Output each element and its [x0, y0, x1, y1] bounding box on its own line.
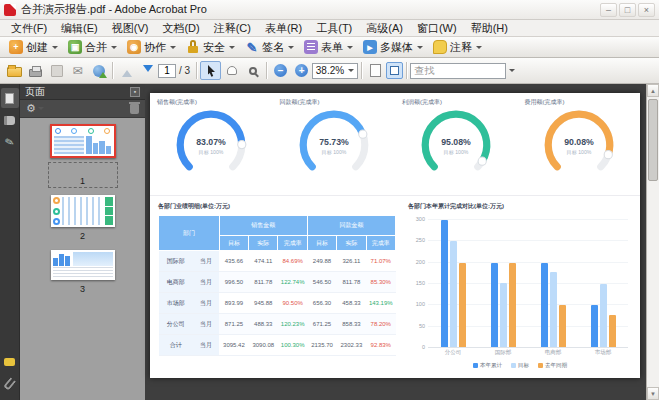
gauge-label: 利润额(完成率)	[402, 98, 442, 107]
comments-panel-button[interactable]	[1, 352, 19, 372]
hand-tool-button[interactable]	[221, 61, 242, 80]
sign-button[interactable]: ✎ 签名	[240, 39, 299, 56]
print-button[interactable]	[25, 61, 46, 80]
create-icon: +	[9, 40, 23, 54]
menu-comments[interactable]: 注释(C)	[207, 20, 258, 37]
page-label-1: 1	[80, 176, 85, 186]
pages-panel-button[interactable]	[1, 88, 19, 108]
chevron-down-icon	[417, 46, 423, 49]
combine-button[interactable]: ▣ 合并	[63, 39, 122, 56]
x-axis-label: 市场部	[595, 349, 612, 356]
fit-page-button[interactable]	[365, 61, 386, 80]
gauge-label: 回款额(完成率)	[280, 98, 320, 107]
create-button[interactable]: + 创建	[4, 39, 63, 56]
chevron-down-icon	[476, 46, 482, 49]
page-label-3: 3	[80, 284, 85, 294]
attachments-panel-button[interactable]	[1, 374, 19, 394]
zoom-in-button[interactable]: +	[291, 61, 312, 80]
gauge-chart: 95.08%目标 100%	[417, 106, 495, 184]
document-area[interactable]: 销售额(完成率)83.07%目标 100%回款额(完成率)75.73%目标 10…	[145, 84, 646, 400]
select-tool-button[interactable]	[200, 61, 221, 80]
panel-options-button[interactable]: ▪	[130, 87, 140, 97]
bar	[450, 241, 457, 347]
zoom-out-button[interactable]: −	[270, 61, 291, 80]
menu-advanced[interactable]: 高级(A)	[359, 20, 410, 37]
page-thumbnail-1[interactable]	[50, 124, 116, 158]
chevron-down-icon	[288, 46, 294, 49]
menu-view[interactable]: 视图(V)	[105, 20, 156, 37]
upload-button[interactable]	[88, 61, 109, 80]
scroll-down-button[interactable]: ▼	[647, 387, 659, 400]
chevron-down-icon	[229, 46, 235, 49]
legend-swatch	[538, 363, 543, 368]
save-button[interactable]	[46, 61, 67, 80]
svg-text:83.07%: 83.07%	[196, 137, 226, 147]
x-axis-label: 电商部	[545, 349, 562, 356]
svg-text:目标 100%: 目标 100%	[444, 149, 469, 156]
menu-window[interactable]: 窗口(W)	[410, 20, 464, 37]
bar-groups	[428, 219, 628, 347]
bookmarks-panel-button[interactable]	[1, 110, 19, 130]
legend-item: 目标	[511, 362, 529, 369]
toolbar-separator	[406, 62, 407, 79]
trash-icon[interactable]	[130, 104, 139, 114]
gauge-label: 费用额(完成率)	[525, 98, 565, 107]
nav-toolbar: ✉ / 3 − + 38.2%	[0, 58, 659, 84]
marquee-zoom-button[interactable]	[242, 61, 263, 80]
comment-icon	[433, 40, 447, 54]
scrollbar-thumb[interactable]	[648, 99, 658, 181]
zoom-level-value: 38.2%	[316, 65, 344, 76]
thumb-bars	[86, 136, 111, 154]
thumbnail-list: 1 2 3	[20, 118, 145, 400]
search-input[interactable]	[410, 63, 506, 79]
gear-icon[interactable]: ⚙	[26, 103, 36, 114]
previous-page-button[interactable]	[116, 61, 137, 80]
menu-tools[interactable]: 工具(T)	[309, 20, 359, 37]
bar-group	[441, 219, 466, 347]
toolbar-separator	[112, 62, 113, 79]
book-icon	[4, 116, 15, 125]
cursor-icon	[205, 64, 217, 77]
forms-button[interactable]: 表单	[299, 39, 358, 56]
table-row: 市场部当月893.99945.8890.50%656.30458.33143.1…	[159, 293, 396, 314]
y-axis-tick: 0	[422, 344, 425, 350]
secure-button[interactable]: 安全	[181, 39, 240, 56]
open-button[interactable]	[4, 61, 25, 80]
menu-help[interactable]: 帮助(H)	[464, 20, 515, 37]
page-number-input[interactable]	[158, 64, 176, 78]
collaborate-button[interactable]: ◉ 协作	[122, 39, 181, 56]
bar	[441, 220, 448, 347]
comment-button[interactable]: 注释	[428, 39, 487, 56]
minimize-button[interactable]: –	[600, 3, 617, 17]
bar-group	[591, 219, 616, 347]
menu-document[interactable]: 文档(D)	[155, 20, 206, 37]
legend-swatch	[473, 363, 478, 368]
paperclip-icon	[3, 377, 16, 391]
gauge-card: 费用额(完成率)90.08%目标 100%	[518, 93, 641, 195]
page-thumbnail-2[interactable]	[51, 195, 115, 227]
multimedia-button[interactable]: ▶ 多媒体	[358, 39, 428, 56]
menu-edit[interactable]: 编辑(E)	[54, 20, 105, 37]
page-total-label: / 3	[179, 65, 190, 76]
gauge-label: 销售额(完成率)	[157, 98, 197, 107]
page-thumbnail-3[interactable]	[51, 250, 115, 280]
fit-width-button[interactable]	[386, 62, 403, 79]
thumb-gauges	[54, 128, 112, 134]
form-icon	[304, 40, 318, 54]
zoom-level-select[interactable]: 38.2%	[312, 63, 358, 79]
email-button[interactable]: ✉	[67, 61, 88, 80]
chevron-down-icon	[170, 46, 176, 49]
pages-panel-header: 页面 ▪	[20, 84, 145, 100]
maximize-button[interactable]: □	[619, 3, 636, 17]
next-page-button[interactable]	[137, 61, 158, 80]
signatures-panel-button[interactable]: ✎	[1, 132, 19, 152]
menu-forms[interactable]: 表单(R)	[258, 20, 309, 37]
page-drop-target[interactable]: 1	[48, 162, 118, 188]
menu-file[interactable]: 文件(F)	[4, 20, 54, 37]
scroll-up-button[interactable]: ▲	[647, 84, 659, 97]
svg-text:目标 100%: 目标 100%	[321, 149, 346, 156]
svg-text:95.08%: 95.08%	[441, 137, 471, 147]
bar	[609, 315, 616, 347]
arrow-down-icon	[143, 65, 153, 77]
close-button[interactable]: ×	[638, 3, 655, 17]
